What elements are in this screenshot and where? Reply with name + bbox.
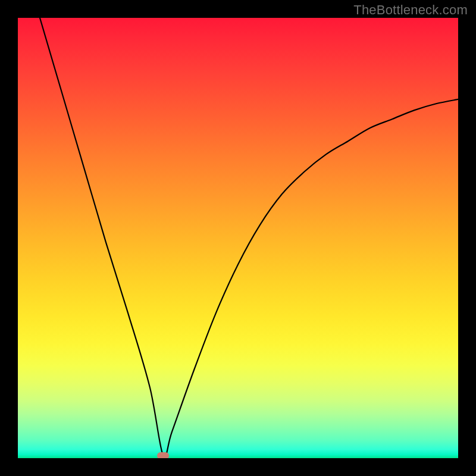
bottleneck-curve — [18, 18, 458, 458]
plot-area — [18, 18, 458, 458]
watermark-text: TheBottleneck.com — [353, 2, 468, 18]
chart-frame: TheBottleneck.com — [0, 0, 476, 476]
optimal-point-marker — [157, 452, 169, 458]
